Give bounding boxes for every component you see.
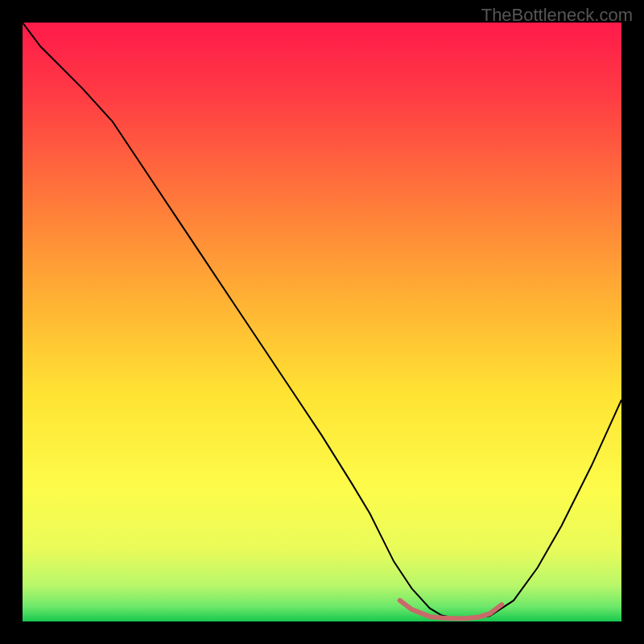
chart-plot-area [23, 23, 621, 621]
watermark-text: TheBottleneck.com [481, 5, 633, 26]
chart-background-gradient [23, 23, 621, 621]
chart-svg [23, 23, 621, 621]
